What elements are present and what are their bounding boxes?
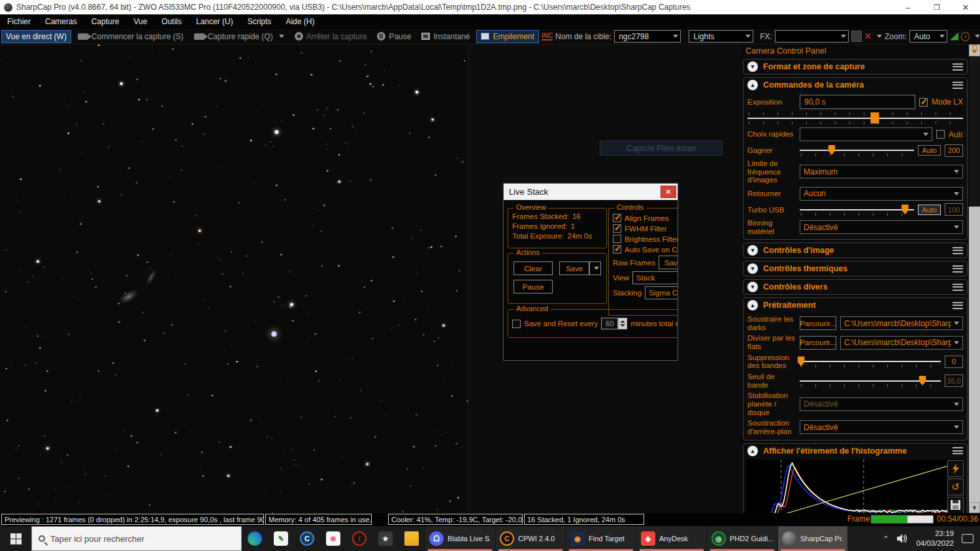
darks-browse-button[interactable]: Parcourir... — [800, 316, 836, 330]
section-misc-header[interactable]: Contrôles divers — [743, 280, 967, 294]
live-stack-button[interactable]: Empilement — [476, 30, 538, 43]
banding-suppression-slider[interactable] — [800, 355, 941, 368]
cartes-du-ciel-icon[interactable]: C — [294, 526, 320, 551]
chevron-down-icon[interactable] — [747, 61, 758, 72]
reset-stretch-icon[interactable]: ↺ — [947, 478, 964, 495]
chevron-down-icon[interactable] — [877, 35, 882, 38]
quick-picks-auto-checkbox[interactable] — [936, 130, 945, 139]
flats-path-combo[interactable]: C:\Users\marcb\Desktop\SharpCap C... — [840, 336, 963, 350]
section-preprocessing-header[interactable]: Prétraitement — [743, 298, 967, 312]
pin-icon[interactable] — [971, 45, 979, 54]
fx-extra-button[interactable] — [851, 31, 862, 42]
menu-outils[interactable]: Outils — [154, 15, 189, 28]
auto-save-checkbox[interactable] — [613, 245, 621, 254]
fwhm-filter-checkbox[interactable] — [613, 224, 621, 233]
section-thermal-header[interactable]: Contrôles thermiques — [743, 261, 967, 276]
save-button[interactable]: Save — [559, 261, 589, 275]
gain-slider[interactable] — [800, 144, 914, 157]
zoom-combo[interactable]: Auto — [909, 30, 947, 42]
chevron-up-icon[interactable] — [747, 80, 758, 90]
reticle-icon[interactable] — [961, 32, 970, 41]
chevron-down-icon[interactable] — [975, 35, 980, 38]
section-format-header[interactable]: Format et zone de capture — [743, 59, 967, 74]
volume-icon[interactable] — [896, 533, 908, 544]
auto-stretch-icon[interactable] — [947, 460, 964, 477]
file-explorer-icon[interactable] — [399, 526, 425, 551]
view-combo[interactable]: Stack — [632, 271, 678, 284]
mode-lx-checkbox[interactable] — [919, 98, 928, 107]
flip-combo[interactable]: Aucun — [800, 187, 963, 201]
notepad-icon[interactable]: ✎ — [268, 526, 294, 551]
menu-fichier[interactable]: Fichier — [0, 15, 38, 28]
scrollbar-thumb[interactable] — [969, 56, 980, 207]
pink-app-icon[interactable]: ❀ — [320, 526, 346, 551]
section-menu-icon[interactable] — [953, 63, 963, 71]
chevron-up-icon[interactable] — [747, 446, 758, 456]
align-frames-checkbox[interactable] — [613, 214, 621, 222]
stacking-combo[interactable]: Sigma Clipp — [645, 286, 678, 299]
banding-threshold-slider[interactable] — [800, 375, 941, 388]
pause-stack-button[interactable]: Pause — [514, 280, 553, 293]
section-menu-icon[interactable] — [953, 302, 963, 309]
tray-clock[interactable]: 23:19 04/03/2022 — [916, 529, 954, 548]
background-subtraction-combo[interactable]: Désactivé — [800, 420, 963, 434]
quick-capture-button[interactable]: Capture rapide (Q) — [190, 31, 288, 42]
flats-browse-button[interactable]: Parcourir... — [800, 336, 836, 350]
quick-picks-combo[interactable] — [800, 127, 932, 141]
clear-button[interactable]: Clear — [514, 261, 553, 275]
fx-combo[interactable] — [775, 30, 849, 42]
section-menu-icon[interactable] — [953, 265, 963, 273]
darks-path-combo[interactable]: C:\Users\marcb\Desktop\SharpCap C... — [840, 316, 963, 330]
chevron-up-icon[interactable] — [747, 300, 758, 310]
taskbar-search[interactable]: Taper ici pour rechercher — [31, 526, 242, 551]
frame-rate-limit-combo[interactable]: Maximum — [800, 165, 963, 178]
taskbar-app-sharpcap[interactable]: SharpCap Pr... — [778, 526, 847, 551]
start-button[interactable] — [0, 526, 31, 551]
section-image-header[interactable]: Contrôles d'image — [743, 243, 967, 258]
menu-vue[interactable]: Vue — [126, 15, 154, 28]
live-stack-title-bar[interactable]: Live Stack ✕ — [504, 184, 678, 200]
taskbar-app-cpwi[interactable]: C CPWI 2.4.0 — [496, 526, 565, 551]
menu-aide[interactable]: Aide (H) — [278, 15, 321, 28]
chevron-down-icon[interactable] — [747, 282, 758, 292]
save-stretch-icon[interactable] — [947, 497, 964, 513]
notification-center-icon[interactable] — [962, 534, 973, 543]
section-menu-icon[interactable] — [953, 82, 963, 89]
star-app-icon[interactable]: ★ — [372, 526, 399, 551]
stop-capture-button[interactable]: Arrêter la capture — [291, 31, 371, 42]
turbo-auto-button[interactable]: Auto — [918, 205, 941, 215]
section-histogram-header[interactable]: Afficher l'étirement de l'histogramme — [743, 444, 967, 458]
save-stack-button[interactable]: Save St — [659, 256, 678, 269]
fullscreen-capture-button[interactable]: Capture Plein écran — [600, 141, 723, 156]
section-menu-icon[interactable] — [953, 247, 963, 254]
interval-spinner[interactable]: 60 — [601, 318, 627, 329]
menu-lancer[interactable]: Lancer (U) — [189, 15, 240, 28]
minimize-button[interactable] — [894, 0, 923, 14]
chevron-down-icon[interactable] — [747, 245, 758, 256]
close-button[interactable] — [951, 0, 980, 14]
binning-combo[interactable]: Désactivé — [800, 220, 963, 234]
taskbar-app-anydesk[interactable]: ◆ AnyDesk — [637, 526, 706, 551]
clear-fx-icon[interactable]: ✕ — [864, 31, 872, 41]
tray-chevron-icon[interactable]: ⌃ — [883, 535, 889, 543]
exposure-input[interactable]: 90,0 s — [800, 95, 915, 109]
red-app-icon[interactable]: / — [346, 526, 372, 551]
target-name-combo[interactable]: ngc2798 — [614, 30, 681, 42]
exposure-slider[interactable] — [747, 112, 963, 125]
chevron-down-icon[interactable] — [747, 263, 758, 274]
section-menu-icon[interactable] — [953, 447, 963, 454]
taskbar-app-discord[interactable]: ᗝ Blabla Live S... — [425, 526, 495, 551]
save-dropdown-button[interactable] — [589, 261, 601, 275]
turbo-value[interactable]: 100 — [945, 203, 963, 216]
slider-handle[interactable] — [870, 112, 879, 124]
close-icon[interactable]: ✕ — [661, 186, 676, 198]
gain-auto-button[interactable]: Auto — [918, 145, 941, 156]
save-reset-checkbox[interactable] — [512, 320, 521, 328]
taskbar-app-find-target[interactable]: ◉ Find Target — [566, 526, 636, 551]
gain-value[interactable]: 200 — [945, 144, 963, 157]
start-capture-button[interactable]: Commencer la capture (S) — [74, 31, 188, 42]
brightness-filter-checkbox[interactable] — [613, 235, 621, 243]
menu-cameras[interactable]: Cameras — [38, 15, 84, 28]
scroll-down-icon[interactable]: ▼ — [969, 502, 980, 513]
frame-type-combo[interactable]: Lights — [689, 30, 753, 42]
